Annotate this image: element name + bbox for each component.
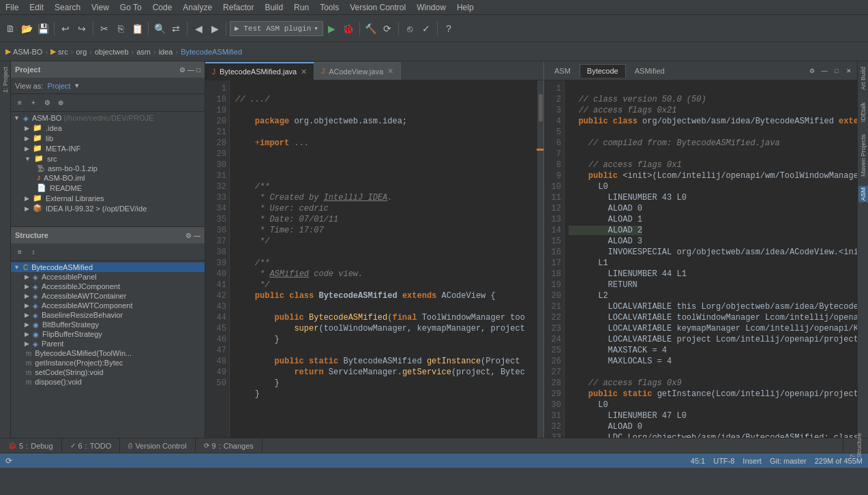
undo-btn[interactable]: ↩: [58, 21, 73, 36]
project-expand-icon[interactable]: □: [196, 66, 200, 74]
tab-close-2[interactable]: ✕: [387, 67, 393, 76]
breadcrumb-asm[interactable]: asm: [136, 48, 151, 56]
breadcrumb-asm-bo[interactable]: ▶ ASM-BO: [5, 47, 42, 56]
breadcrumb-src[interactable]: ▶ src: [50, 47, 68, 56]
project-scroll[interactable]: ⊕: [55, 97, 67, 109]
cursor-position[interactable]: 45:1: [691, 457, 705, 465]
tree-item-zip[interactable]: 🗜 asm-bo-0.1.zip: [11, 164, 205, 173]
breadcrumb-bytecode[interactable]: BytecodeASMified: [181, 48, 242, 56]
new-file-btn[interactable]: 🗎: [3, 21, 18, 36]
tab-close-1[interactable]: ✕: [301, 68, 307, 76]
vcs-btn[interactable]: ⎋: [402, 21, 417, 36]
project-collapse-all[interactable]: ≡: [14, 97, 26, 109]
menu-refactor[interactable]: Refactor: [218, 1, 259, 14]
tree-item-meta[interactable]: ▶ 📁 META-INF: [11, 143, 205, 153]
struct-item-accessible-jcomp[interactable]: ▶ ◈ AccessibleJComponent: [11, 282, 205, 291]
breadcrumb-idea[interactable]: idea: [159, 48, 173, 56]
bytecode-minimize[interactable]: —: [819, 65, 830, 76]
build-btn[interactable]: 🔨: [363, 21, 378, 36]
tab-bytecode[interactable]: Bytecode: [580, 64, 626, 78]
changes-tab[interactable]: ⟳ 9: Changes: [196, 438, 263, 453]
commit-btn[interactable]: ✓: [419, 21, 434, 36]
vcs-tab[interactable]: ⎙ Version Control: [120, 438, 195, 453]
structure-sort-btn[interactable]: ↕: [27, 246, 40, 258]
struct-item-accessible-awt-comp[interactable]: ▶ ◈ AccessibleAWTComponent: [11, 301, 205, 310]
tab-asm[interactable]: ASM: [547, 64, 578, 78]
tree-item-src[interactable]: ▼ 📁 src: [11, 153, 205, 164]
fwd-btn[interactable]: ▶: [207, 21, 222, 36]
struct-item-dispose[interactable]: m dispose():void: [11, 377, 205, 387]
debug-btn[interactable]: 🐞: [341, 21, 356, 36]
menu-build[interactable]: Build: [259, 1, 288, 14]
insert-mode[interactable]: Insert: [743, 457, 762, 465]
project-settings2[interactable]: ⚙: [41, 97, 53, 109]
struct-item-accessible-awt-cont[interactable]: ▶ ◈ AccessibleAWTContainer: [11, 291, 205, 301]
struct-item-constructor[interactable]: m BytecodeASMified(ToolWin...: [11, 348, 205, 358]
tab-acode-view[interactable]: J ACodeView.java ✕: [314, 62, 401, 80]
tree-item-idea[interactable]: ▶ 📁 .idea: [11, 123, 205, 133]
tree-item-iml[interactable]: J ASM-BO.iml: [11, 173, 205, 183]
struct-item-baseline[interactable]: ▶ ◈ BaselineResizeBehavior: [11, 310, 205, 320]
open-btn[interactable]: 📂: [19, 21, 34, 36]
scroll-indicator[interactable]: [537, 80, 543, 438]
bytecode-close[interactable]: ✕: [843, 65, 854, 76]
tree-item-lib[interactable]: ▶ 📁 lib: [11, 133, 205, 143]
tab-asmified[interactable]: ASMified: [627, 64, 672, 78]
structure-tab-bottom[interactable]: 7: Structure: [843, 438, 868, 453]
menu-vcs[interactable]: Version Control: [344, 1, 411, 14]
menu-tools[interactable]: Tools: [314, 1, 344, 14]
menu-goto[interactable]: Go To: [115, 1, 147, 14]
bytecode-settings[interactable]: ⚙: [807, 65, 818, 76]
menu-view[interactable]: View: [86, 1, 115, 14]
bytecode-code-view[interactable]: // class version 50.0 (50) // access fla…: [565, 80, 857, 438]
replace-btn[interactable]: ⇄: [168, 21, 183, 36]
view-dropdown-icon[interactable]: ▾: [75, 81, 79, 90]
menu-search[interactable]: Search: [49, 1, 86, 14]
menu-window[interactable]: Window: [411, 1, 451, 14]
art-build-tab[interactable]: Art Build: [860, 64, 867, 93]
redo-btn[interactable]: ↪: [74, 21, 89, 36]
menu-edit[interactable]: Edit: [24, 1, 49, 14]
struct-item-bytecode[interactable]: ▼ C BytecodeASMified: [11, 262, 205, 272]
todo-tab[interactable]: ✓ 6: TODO: [62, 438, 121, 453]
idetalk-tab[interactable]: IDEtalk: [860, 100, 867, 125]
breadcrumb-org[interactable]: org: [76, 48, 87, 56]
tree-item-asm-bo[interactable]: ▼ ◈ ASM-BO (/home/cedric/DEV/PROJE: [11, 113, 205, 123]
structure-minimize-icon[interactable]: —: [194, 232, 200, 239]
project-new-file[interactable]: +: [27, 97, 40, 109]
view-project-btn[interactable]: Project: [47, 82, 70, 90]
menu-analyze[interactable]: Analyze: [177, 1, 218, 14]
project-tab-label[interactable]: 1: Project: [2, 64, 9, 95]
struct-item-blt[interactable]: ▶ ◉ BltBufferStrategy: [11, 320, 205, 329]
breadcrumb-objectweb[interactable]: objectweb: [95, 48, 129, 56]
menu-file[interactable]: File: [0, 1, 24, 14]
struct-item-getinstance[interactable]: m getInstance(Project):Bytec: [11, 358, 205, 368]
project-minimize-icon[interactable]: —: [188, 66, 194, 74]
tree-item-readme[interactable]: 📄 README: [11, 183, 205, 193]
maven-tab[interactable]: Maven Projects: [860, 132, 867, 179]
tree-item-idea-jar[interactable]: ▶ 📦 IDEA IU-99.32 > (/opt/DEV/ide: [11, 203, 205, 213]
menu-run[interactable]: Run: [288, 1, 314, 14]
cut-btn[interactable]: ✂: [97, 21, 112, 36]
run-btn[interactable]: ▶: [325, 21, 340, 36]
struct-item-parent[interactable]: ▶ ◈ Parent: [11, 339, 205, 348]
code-editor[interactable]: // .../ package org.objectweb.asm.idea; …: [230, 80, 537, 438]
struct-item-flip[interactable]: ▶ ◉ FlipBufferStrategy: [11, 329, 205, 339]
back-btn[interactable]: ◀: [191, 21, 206, 36]
menu-help[interactable]: Help: [451, 1, 479, 14]
save-btn[interactable]: 💾: [35, 21, 50, 36]
asm-tab-vert[interactable]: ASM: [858, 186, 868, 202]
debug-tab[interactable]: 🐞 5: Debug: [0, 438, 62, 453]
find-btn[interactable]: 🔍: [152, 21, 167, 36]
copy-btn[interactable]: ⎘: [113, 21, 128, 36]
menu-code[interactable]: Code: [147, 1, 178, 14]
run-config-dropdown[interactable]: ▶ Test ASM plugin ▾: [230, 21, 323, 36]
struct-item-accessible-panel[interactable]: ▶ ◈ AccessiblePanel: [11, 272, 205, 282]
tab-bytecode-asmified[interactable]: J BytecodeASMified.java ✕: [205, 62, 314, 80]
structure-filter-btn[interactable]: ≡: [14, 246, 26, 258]
rebuild-btn[interactable]: ⟳: [380, 21, 395, 36]
encoding[interactable]: UTF-8: [713, 457, 734, 465]
struct-item-setcode[interactable]: m setCode(String):void: [11, 368, 205, 377]
help-btn[interactable]: ?: [441, 21, 456, 36]
paste-btn[interactable]: 📋: [130, 21, 145, 36]
